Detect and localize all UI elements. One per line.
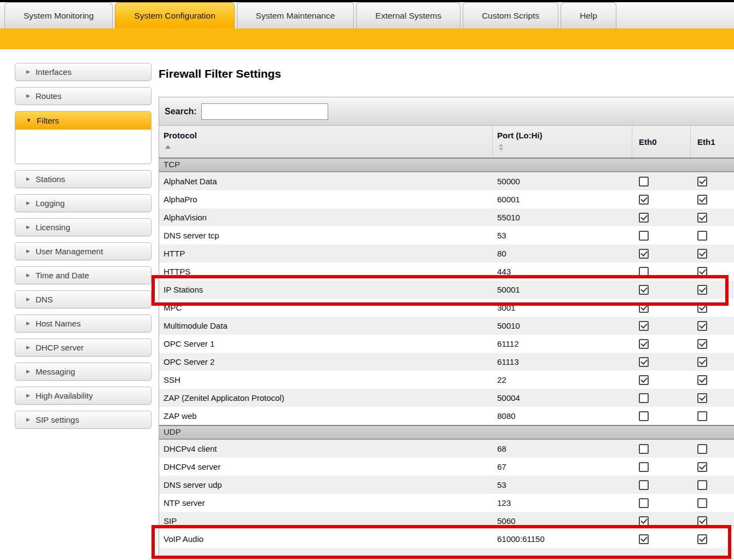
- eth0-checkbox[interactable]: [639, 177, 649, 186]
- column-header-label: Eth0: [639, 137, 657, 147]
- port-cell: 80: [493, 249, 632, 258]
- port-cell: 22: [493, 375, 632, 384]
- sidebar-item-messaging[interactable]: ▶Messaging: [15, 363, 152, 381]
- sidebar-item-logging[interactable]: ▶Logging: [15, 194, 152, 212]
- eth0-checkbox[interactable]: [639, 411, 649, 421]
- sidebar-item-high-availability[interactable]: ▶High Availability: [15, 387, 152, 405]
- sidebar-item-filters[interactable]: ▼Filters: [15, 112, 151, 130]
- sidebar-item-dhcp-server[interactable]: ▶DHCP server: [15, 339, 152, 357]
- eth0-checkbox[interactable]: [639, 213, 649, 223]
- eth0-checkbox[interactable]: [639, 267, 649, 277]
- tab-custom-scripts[interactable]: Custom Scripts: [463, 2, 558, 28]
- main-panel: Firewall Filter Settings Search: Protoco…: [159, 63, 734, 560]
- eth1-checkbox[interactable]: [697, 267, 707, 277]
- table-body: TCPAlphaNet Data50000AlphaPro60001AlphaV…: [159, 158, 734, 560]
- eth1-cell: [691, 444, 734, 454]
- eth1-checkbox[interactable]: [697, 444, 707, 454]
- eth0-checkbox[interactable]: [639, 285, 649, 295]
- tab-help[interactable]: Help: [561, 2, 616, 28]
- eth0-checkbox[interactable]: [639, 375, 649, 385]
- eth1-checkbox[interactable]: [697, 231, 707, 241]
- eth1-checkbox[interactable]: [697, 195, 707, 205]
- protocol-cell: AlphaVision: [159, 213, 493, 222]
- eth1-checkbox[interactable]: [697, 303, 707, 313]
- eth1-checkbox[interactable]: [697, 516, 707, 526]
- eth1-checkbox[interactable]: [697, 339, 707, 349]
- port-cell: 123: [493, 498, 632, 508]
- eth1-checkbox[interactable]: [697, 213, 707, 223]
- port-cell: 67: [493, 462, 632, 471]
- sidebar-item-sip-settings[interactable]: ▶SIP settings: [15, 411, 152, 429]
- sort-icon: [499, 143, 504, 151]
- eth1-cell: [691, 411, 734, 421]
- eth1-cell: [691, 462, 734, 472]
- column-header-port-lo-hi[interactable]: Port (Lo:Hi): [493, 126, 632, 158]
- eth1-checkbox[interactable]: [697, 321, 707, 331]
- column-header-eth1: Eth1: [691, 126, 734, 158]
- eth0-checkbox[interactable]: [639, 231, 649, 241]
- eth0-checkbox[interactable]: [639, 498, 649, 508]
- tab-external-systems[interactable]: External Systems: [356, 2, 461, 28]
- sidebar: ▶Interfaces▶Routes▼Filters▶Stations▶Logg…: [15, 63, 152, 435]
- column-header-protocol[interactable]: Protocol: [159, 126, 493, 158]
- eth1-checkbox[interactable]: [697, 411, 707, 421]
- eth0-checkbox[interactable]: [639, 357, 649, 367]
- search-input[interactable]: [201, 103, 328, 120]
- accent-bar: [0, 28, 734, 49]
- eth0-cell: [632, 231, 691, 241]
- eth1-checkbox[interactable]: [697, 285, 707, 295]
- eth0-checkbox[interactable]: [639, 303, 649, 313]
- eth0-checkbox[interactable]: [639, 516, 649, 526]
- port-cell: 50010: [493, 321, 632, 330]
- eth1-checkbox[interactable]: [697, 177, 707, 186]
- sidebar-item-dns[interactable]: ▶DNS: [15, 290, 152, 308]
- sidebar-item-stations[interactable]: ▶Stations: [15, 170, 152, 188]
- eth0-cell: [632, 516, 691, 526]
- eth0-checkbox[interactable]: [639, 321, 649, 331]
- port-cell: 60001: [493, 195, 632, 204]
- tab-system-monitoring[interactable]: System Monitoring: [4, 2, 113, 28]
- sidebar-item-interfaces[interactable]: ▶Interfaces: [15, 63, 152, 81]
- table-row-zap-zenitel-applicaton-protocol: ZAP (Zenitel Applicaton Protocol)50004: [159, 389, 734, 407]
- sidebar-item-routes[interactable]: ▶Routes: [15, 87, 152, 105]
- sidebar-item-time-and-date[interactable]: ▶Time and Date: [15, 266, 152, 284]
- eth1-checkbox[interactable]: [697, 375, 707, 385]
- eth0-checkbox[interactable]: [639, 444, 649, 454]
- eth0-checkbox[interactable]: [639, 249, 649, 259]
- tab-system-maintenance[interactable]: System Maintenance: [237, 2, 354, 28]
- table-row-http: HTTP80: [159, 244, 734, 262]
- eth0-cell: [632, 303, 691, 313]
- protocol-cell: ZAP web: [159, 411, 493, 421]
- eth0-checkbox[interactable]: [639, 462, 649, 472]
- eth0-cell: [632, 393, 691, 403]
- eth0-checkbox[interactable]: [639, 195, 649, 205]
- sidebar-item-user-management[interactable]: ▶User Management: [15, 242, 152, 260]
- table-row-mpc: MPC3001: [159, 299, 734, 317]
- sidebar-item-host-names[interactable]: ▶Host Names: [15, 314, 152, 332]
- eth0-checkbox[interactable]: [639, 480, 649, 490]
- eth0-cell: [632, 195, 691, 205]
- protocol-cell: AlphaPro: [159, 195, 493, 204]
- eth1-checkbox[interactable]: [697, 498, 707, 508]
- eth1-checkbox[interactable]: [697, 249, 707, 259]
- eth1-checkbox[interactable]: [697, 534, 707, 544]
- eth1-cell: [691, 375, 734, 385]
- eth0-checkbox[interactable]: [639, 339, 649, 349]
- eth1-cell: [691, 516, 734, 526]
- sidebar-item-licensing[interactable]: ▶Licensing: [15, 218, 152, 236]
- eth1-checkbox[interactable]: [697, 393, 707, 403]
- sidebar-item-label: Stations: [36, 174, 65, 184]
- eth0-checkbox[interactable]: [639, 534, 649, 544]
- tab-system-configuration[interactable]: System Configuration: [115, 2, 234, 28]
- table-row-opc-server-2: OPC Server 261113: [159, 353, 734, 371]
- eth0-checkbox[interactable]: [639, 393, 649, 403]
- eth0-cell: [632, 444, 691, 454]
- protocol-cell: VoIP Audio: [159, 534, 493, 544]
- eth1-checkbox[interactable]: [697, 357, 707, 367]
- eth1-checkbox[interactable]: [697, 480, 707, 490]
- port-cell: 68: [493, 444, 632, 453]
- sidebar-group-filters: ▼Filters: [15, 111, 152, 164]
- protocol-cell: HTTPS: [159, 267, 493, 276]
- eth1-checkbox[interactable]: [697, 462, 707, 472]
- eth1-cell: [691, 534, 734, 544]
